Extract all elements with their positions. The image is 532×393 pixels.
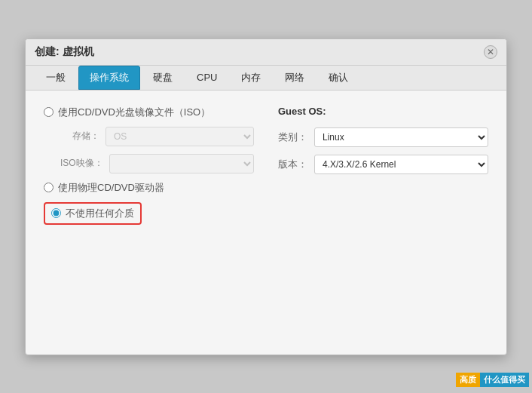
option-physical-radio[interactable]: [44, 183, 54, 192]
iso-label: ISO映像：: [60, 157, 103, 170]
tab-memory[interactable]: 内存: [230, 66, 272, 90]
store-row: 存储： OS: [60, 127, 254, 146]
watermark-part1: 高质: [456, 373, 480, 387]
option-physical-label[interactable]: 使用物理CD/DVD驱动器: [58, 181, 164, 195]
right-column: Guest OS: 类别： Linux 版本： 4.X/3.X/2.6 Kern…: [278, 106, 488, 225]
option-nomedia-radio[interactable]: [51, 208, 61, 218]
tab-general[interactable]: 一般: [35, 66, 77, 90]
tab-network[interactable]: 网络: [274, 66, 316, 90]
option-nomedia-row: 不使用任何介质: [51, 207, 134, 220]
option-iso-row: 使用CD/DVD光盘镜像文件（ISO）: [44, 106, 254, 119]
dialog-header: 创建: 虚拟机 ✕: [26, 39, 506, 66]
option-nomedia-highlight: 不使用任何介质: [44, 202, 142, 225]
create-vm-dialog: 创建: 虚拟机 ✕ 一般 操作系统 硬盘 CPU 内存 网络 确认 使用CD/D…: [25, 38, 507, 355]
iso-select[interactable]: [109, 154, 254, 173]
option-physical-row: 使用物理CD/DVD驱动器: [44, 181, 254, 195]
guest-os-title: Guest OS:: [278, 106, 488, 117]
store-select[interactable]: OS: [105, 127, 254, 146]
dialog-title: 创建: 虚拟机: [35, 45, 94, 59]
dialog-footer: [26, 335, 506, 355]
close-button[interactable]: ✕: [484, 45, 497, 59]
tab-confirm[interactable]: 确认: [317, 66, 359, 90]
option-iso-radio[interactable]: [44, 107, 54, 117]
tab-os[interactable]: 操作系统: [78, 66, 140, 90]
main-content: 使用CD/DVD光盘镜像文件（ISO） 存储： OS ISO映像：: [44, 106, 488, 225]
store-label: 存储：: [60, 130, 99, 143]
guest-version-label: 版本：: [278, 158, 308, 171]
guest-version-row: 版本： 4.X/3.X/2.6 Kernel: [278, 155, 488, 174]
guest-type-row: 类别： Linux: [278, 127, 488, 147]
option-nomedia-label[interactable]: 不使用任何介质: [66, 207, 134, 220]
tabs-bar: 一般 操作系统 硬盘 CPU 内存 网络 确认: [26, 66, 506, 91]
guest-type-select[interactable]: Linux: [314, 127, 488, 147]
option-iso-label[interactable]: 使用CD/DVD光盘镜像文件（ISO）: [58, 106, 210, 119]
left-column: 使用CD/DVD光盘镜像文件（ISO） 存储： OS ISO映像：: [44, 106, 254, 225]
iso-row: ISO映像：: [60, 154, 254, 173]
watermark: 高质 什么值得买: [456, 373, 529, 387]
guest-type-label: 类别：: [278, 130, 308, 144]
tab-cpu[interactable]: CPU: [185, 66, 228, 88]
tab-disk[interactable]: 硬盘: [142, 66, 184, 90]
watermark-part2: 什么值得买: [480, 373, 529, 387]
guest-version-select[interactable]: 4.X/3.X/2.6 Kernel: [314, 155, 488, 174]
dialog-body: 使用CD/DVD光盘镜像文件（ISO） 存储： OS ISO映像：: [26, 91, 506, 335]
